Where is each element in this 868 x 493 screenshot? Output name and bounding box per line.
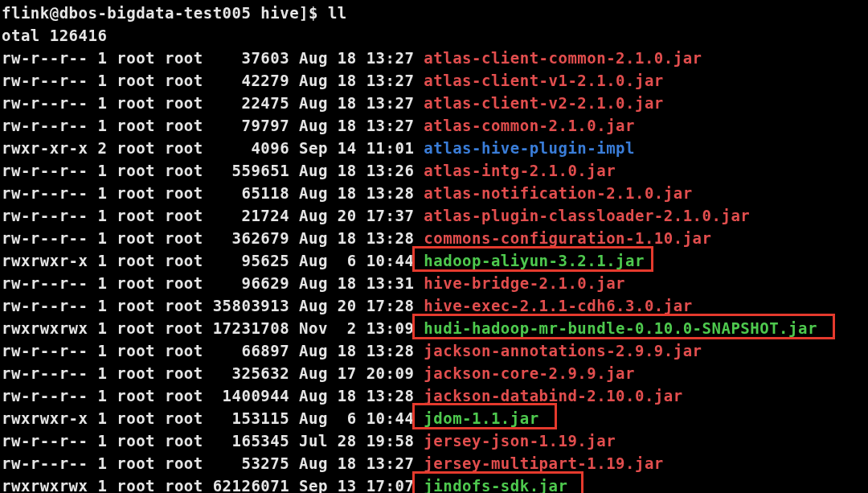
file-name: jersey-json-1.19.jar [424, 432, 616, 450]
file-metadata: rw-r--r-- 1 root root 362679 Aug 18 13:2… [2, 229, 424, 247]
file-metadata: rw-r--r-- 1 root root 325632 Aug 17 20:0… [2, 364, 424, 382]
file-metadata: rwxrwxrwx 1 root root 17231708 Nov 2 13:… [2, 319, 424, 337]
file-name: atlas-plugin-classloader-2.1.0.jar [424, 207, 750, 224]
file-name: jdom-1.1.jar [424, 409, 538, 427]
file-name: commons-configuration-1.10.jar [424, 229, 711, 247]
terminal-line: otal 126416 [2, 24, 866, 47]
file-name: atlas-notification-2.1.0.jar [424, 184, 692, 202]
file-metadata: rwxr-xr-x 2 root root 4096 Sep 14 11:01 [2, 139, 424, 157]
terminal-line: flink@dbos-bigdata-test005 hive]$ ll [2, 2, 866, 24]
terminal-line: rw-r--r-- 1 root root 96629 Aug 18 13:31… [2, 272, 866, 294]
file-metadata: rw-r--r-- 1 root root 37603 Aug 18 13:27 [2, 49, 424, 67]
terminal-line: rw-r--r-- 1 root root 325632 Aug 17 20:0… [2, 362, 866, 384]
terminal-line: rw-r--r-- 1 root root 362679 Aug 18 13:2… [2, 227, 866, 249]
file-metadata: rw-r--r-- 1 root root 22475 Aug 18 13:27 [2, 94, 424, 112]
terminal-line: rw-r--r-- 1 root root 35803913 Aug 20 17… [2, 294, 866, 317]
terminal-line: rw-r--r-- 1 root root 53275 Aug 18 13:27… [2, 452, 866, 475]
file-metadata: rw-r--r-- 1 root root 96629 Aug 18 13:31 [2, 274, 424, 292]
file-name: hadoop-aliyun-3.2.1.jar [424, 252, 645, 269]
file-name: jackson-annotations-2.9.9.jar [424, 342, 702, 359]
terminal-line: rw-r--r-- 1 root root 42279 Aug 18 13:27… [2, 69, 866, 92]
terminal-line: rw-r--r-- 1 root root 22475 Aug 18 13:27… [2, 92, 866, 114]
file-metadata: rw-r--r-- 1 root root 1400944 Aug 18 13:… [2, 387, 424, 405]
file-name: atlas-client-v1-2.1.0.jar [424, 72, 663, 89]
file-name: hudi-hadoop-mr-bundle-0.10.0-SNAPSHOT.ja… [424, 319, 817, 337]
terminal-line: rw-r--r-- 1 root root 21724 Aug 20 17:37… [2, 204, 866, 227]
file-name: jersey-multipart-1.19.jar [424, 454, 663, 472]
file-name: atlas-client-common-2.1.0.jar [424, 49, 702, 67]
file-name: hive-exec-2.1.1-cdh6.3.0.jar [424, 297, 692, 314]
file-metadata: rw-r--r-- 1 root root 21724 Aug 20 17:37 [2, 207, 424, 224]
terminal-line: rwxrwxrwx 1 root root 17231708 Nov 2 13:… [2, 317, 866, 339]
file-name: jackson-core-2.9.9.jar [424, 364, 635, 382]
file-metadata: rw-r--r-- 1 root root 66897 Aug 18 13:28 [2, 342, 424, 359]
file-name: atlas-common-2.1.0.jar [424, 117, 635, 134]
file-metadata: rw-r--r-- 1 root root 65118 Aug 18 13:28 [2, 184, 424, 202]
file-metadata: rw-r--r-- 1 root root 559651 Aug 18 13:2… [2, 162, 424, 179]
file-name: atlas-client-v2-2.1.0.jar [424, 94, 663, 112]
terminal-line: rwxrwxr-x 1 root root 153115 Aug 6 10:44… [2, 407, 866, 429]
terminal-line: rwxr-xr-x 2 root root 4096 Sep 14 11:01 … [2, 137, 866, 159]
terminal-line: rw-r--r-- 1 root root 1400944 Aug 18 13:… [2, 384, 866, 407]
file-name: hive-bridge-2.1.0.jar [424, 274, 625, 292]
file-metadata: rw-r--r-- 1 root root 35803913 Aug 20 17… [2, 297, 424, 314]
file-name: jackson-databind-2.10.0.jar [424, 387, 682, 405]
total-line: otal 126416 [2, 27, 107, 44]
terminal-line: rw-r--r-- 1 root root 165345 Jul 28 19:5… [2, 429, 866, 452]
terminal-line: rw-r--r-- 1 root root 66897 Aug 18 13:28… [2, 339, 866, 362]
terminal-line: rw-r--r-- 1 root root 65118 Aug 18 13:28… [2, 182, 866, 204]
file-name: atlas-hive-plugin-impl [424, 139, 635, 157]
terminal-line: rwxrwxr-x 1 root root 95625 Aug 6 10:44 … [2, 249, 866, 272]
terminal-line: rw-r--r-- 1 root root 79797 Aug 18 13:27… [2, 114, 866, 137]
file-metadata: rw-r--r-- 1 root root 165345 Jul 28 19:5… [2, 432, 424, 450]
shell-prompt[interactable]: flink@dbos-bigdata-test005 hive]$ ll [2, 4, 347, 22]
file-metadata: rwxrwxrwx 1 root root 62126071 Sep 13 17… [2, 477, 424, 493]
file-name: atlas-intg-2.1.0.jar [424, 162, 616, 179]
file-name: jindofs-sdk.jar [424, 477, 567, 493]
terminal-line: rw-r--r-- 1 root root 37603 Aug 18 13:27… [2, 47, 866, 69]
terminal-line: rwxrwxrwx 1 root root 62126071 Sep 13 17… [2, 475, 866, 493]
terminal-line: rw-r--r-- 1 root root 559651 Aug 18 13:2… [2, 159, 866, 182]
file-metadata: rwxrwxr-x 1 root root 95625 Aug 6 10:44 [2, 252, 424, 269]
file-metadata: rw-r--r-- 1 root root 42279 Aug 18 13:27 [2, 72, 424, 89]
file-metadata: rwxrwxr-x 1 root root 153115 Aug 6 10:44 [2, 409, 424, 427]
file-metadata: rw-r--r-- 1 root root 79797 Aug 18 13:27 [2, 117, 424, 134]
terminal-output: flink@dbos-bigdata-test005 hive]$ llotal… [0, 0, 868, 493]
file-metadata: rw-r--r-- 1 root root 53275 Aug 18 13:27 [2, 454, 424, 472]
